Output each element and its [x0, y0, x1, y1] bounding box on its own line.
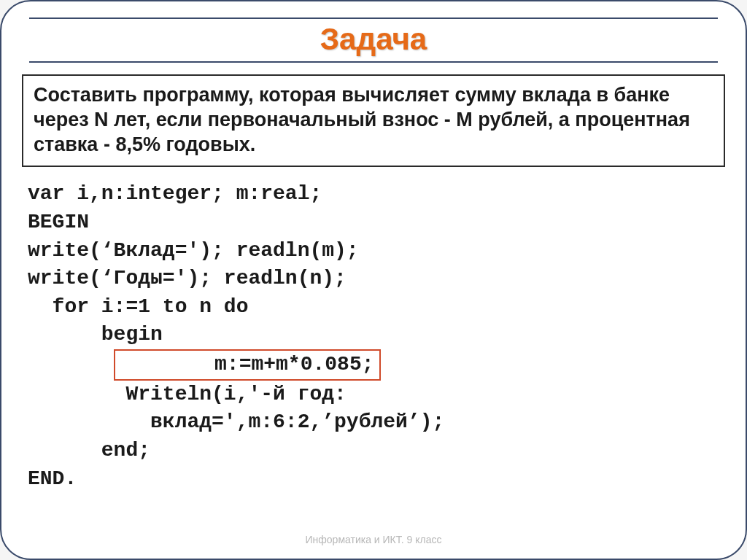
code-line: end;: [28, 437, 719, 465]
code-line: BEGIN: [28, 209, 719, 237]
problem-text: Составить программу, которая вычисляет с…: [34, 83, 713, 157]
code-block: var i,n:integer; m:real; BEGIN write(‘Вк…: [28, 180, 719, 493]
code-line: END.: [28, 465, 719, 494]
code-line-highlight: m:=m+m*0.085;: [28, 349, 719, 381]
code-line: for i:=1 to n do: [28, 293, 719, 322]
code-line: begin: [28, 321, 719, 349]
slide-title: Задача: [29, 22, 718, 57]
code-line: write(‘Годы='); readln(n);: [28, 265, 719, 293]
code-line: Writeln(i,'-й год:: [28, 381, 719, 409]
highlight-box: m:=m+m*0.085;: [114, 349, 382, 381]
problem-statement-box: Составить программу, которая вычисляет с…: [22, 74, 725, 167]
title-bar: Задача: [29, 18, 718, 63]
code-line: вклад=',m:6:2,’рублей’);: [28, 408, 719, 437]
code-line: write(‘Вклад='); readln(m);: [28, 237, 719, 265]
slide-footer: Информатика и ИКТ. 9 класс: [1, 534, 746, 545]
code-line: var i,n:integer; m:real;: [28, 180, 719, 209]
slide-frame: Задача Составить программу, которая вычи…: [0, 0, 747, 560]
